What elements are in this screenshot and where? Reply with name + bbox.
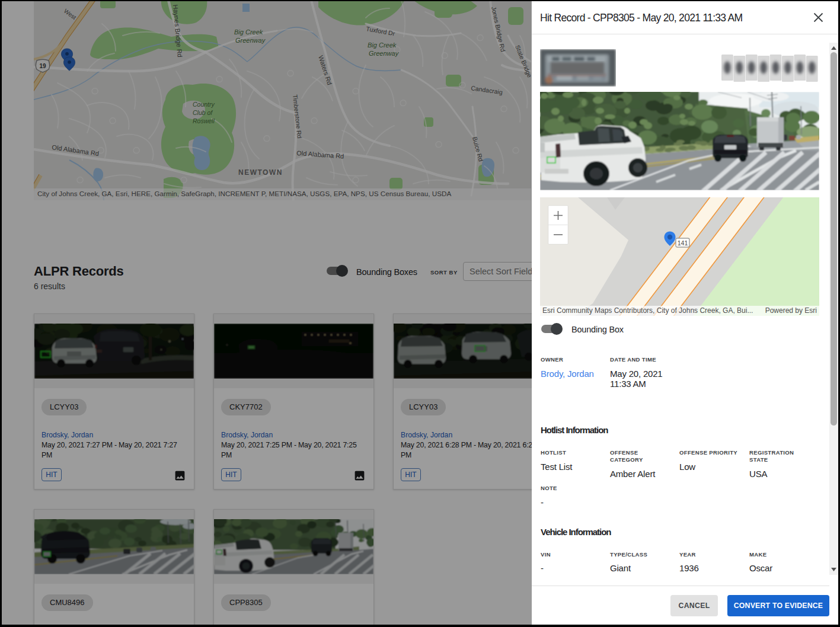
svg-text:141: 141 [678,239,688,247]
svg-text:Powered by Esri: Powered by Esri [765,306,817,315]
svg-text:Esri Community Maps Contributo: Esri Community Maps Contributors, City o… [542,306,753,315]
